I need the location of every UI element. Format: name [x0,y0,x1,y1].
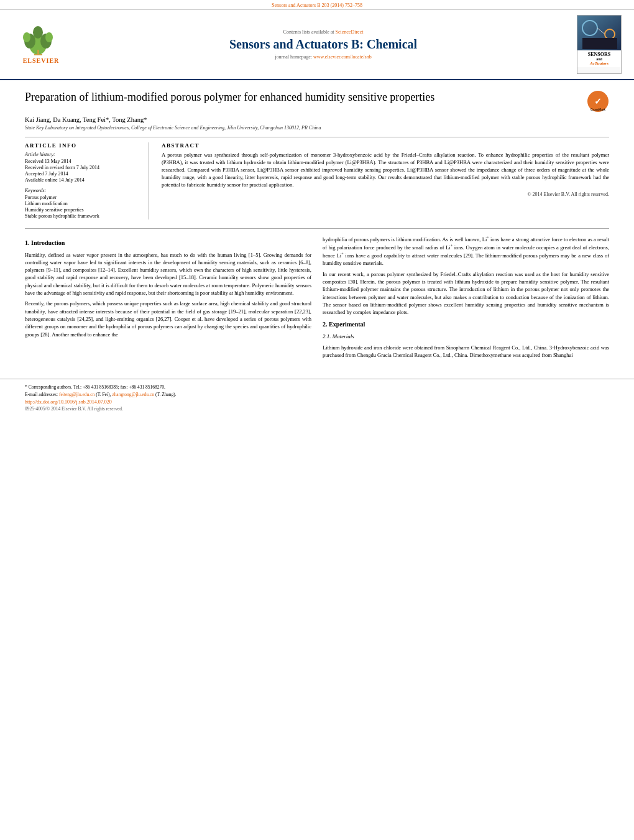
svg-rect-7 [37,50,39,55]
homepage-link[interactable]: www.elsevier.com/locate/snb [313,54,372,60]
crossmark-icon: ✓ CrossMark [587,90,609,113]
abstract-copyright: © 2014 Elsevier B.V. All rights reserved… [162,192,609,197]
keywords-heading: Keywords: [25,188,141,193]
doi-link[interactable]: http://dx.doi.org/10.1016/j.snb.2014.07.… [25,399,112,405]
affiliation: State Key Laboratory on Integrated Optoe… [25,125,609,131]
sa-logo-box: SENSORS and AcTuators [577,15,622,74]
svg-point-5 [45,32,53,42]
article-title-section: Preparation of lithium-modified porous p… [25,90,609,113]
elsevier-tree-icon [19,25,63,56]
email2-link[interactable]: zhangtong@jlu.edu.cn [112,392,154,397]
doi-link-container: http://dx.doi.org/10.1016/j.snb.2014.07.… [25,399,609,405]
article-history-label: Article history: [25,152,141,157]
corresponding-note: * Corresponding authors. Tel.: +86 431 8… [25,384,609,390]
email-note: E-mail addresses: feiteng@jlu.edu.cn (T.… [25,392,609,397]
article-footer: * Corresponding authors. Tel.: +86 431 8… [0,379,634,414]
email1-link[interactable]: feiteng@jlu.edu.cn [59,392,94,397]
body-left-col: 1. Introduction Humidity, defined as wat… [25,235,311,362]
received-revised-date: Received in revised form 7 July 2014 [25,165,141,170]
article-info-section: Article Info Article history: Received 1… [25,137,609,219]
section-divider [25,228,609,229]
right-para-1: hydrophilia of porous polymers is lithiu… [323,235,609,267]
journal-main-title: Sensors and Actuators B: Chemical [72,37,574,52]
keyword-4: Stable porous hydrophilic framework [25,213,141,219]
page-wrapper: Sensors and Actuators B 203 (2014) 752–7… [0,0,634,840]
keyword-1: Porous polymer [25,195,141,200]
contents-available: Contents lists available at ScienceDirec… [72,29,574,35]
intro-para-2: Recently, the porous polymers, which pos… [25,300,311,338]
elsevier-logo: ELSEVIER [10,25,72,64]
article-info-heading: Article Info [25,142,141,149]
footer-copyright: 0925-4005/© 2014 Elsevier B.V. All right… [25,406,609,412]
svg-text:CrossMark: CrossMark [590,108,606,111]
sa-logo-text: SENSORS and AcTuators [577,50,621,67]
journal-ref-bar: Sensors and Actuators B 203 (2014) 752–7… [0,0,634,10]
sensors-actuators-logo: SENSORS and AcTuators [574,15,624,74]
right-para-2: In our recent work, a porous polymer syn… [323,270,609,316]
intro-heading: 1. Introduction [25,239,311,248]
sciencedirect-link[interactable]: ScienceDirect [336,29,364,35]
svg-rect-14 [582,38,617,49]
accepted-date: Accepted 7 July 2014 [25,171,141,177]
abstract-col: Abstract A porous polymer was synthesize… [162,142,609,219]
received-date: Received 13 May 2014 [25,159,141,164]
journal-ref-text: Sensors and Actuators B 203 (2014) 752–7… [272,2,362,8]
abstract-text: A porous polymer was synthesized through… [162,152,609,188]
svg-point-4 [23,32,30,42]
sa-actuators-text: AcTuators [579,61,620,66]
journal-header: ELSEVIER Contents lists available at Sci… [0,10,634,80]
keyword-3: Humidity sensitive properties [25,207,141,213]
sa-logo-image [577,16,621,50]
svg-rect-8 [34,54,42,55]
authors: Kai Jiang, Da Kuang, Teng Fei*, Tong Zha… [25,116,609,123]
keyword-2: Lithium modification [25,201,141,206]
experimental-heading: 2. Experimental [323,320,609,330]
journal-homepage: journal homepage: www.elsevier.com/locat… [72,54,574,60]
journal-title-center: Contents lists available at ScienceDirec… [72,29,574,60]
sa-sensors-text: SENSORS [579,52,620,57]
svg-text:✓: ✓ [594,96,602,106]
keywords-section: Keywords: Porous polymer Lithium modific… [25,188,141,219]
article-info-col: Article Info Article history: Received 1… [25,142,149,219]
elsevier-label: ELSEVIER [23,57,60,64]
article-title: Preparation of lithium-modified porous p… [25,90,581,104]
intro-para-1: Humidity, defined as water vapor present… [25,251,311,297]
body-right-col: hydrophilia of porous polymers is lithiu… [323,235,609,362]
svg-point-6 [33,26,43,39]
abstract-heading: Abstract [162,142,609,149]
materials-text: Lithium hydroxide and iron chloride were… [323,344,609,359]
body-two-col: 1. Introduction Humidity, defined as wat… [25,235,609,362]
available-online-date: Available online 14 July 2014 [25,177,141,183]
materials-heading: 2.1. Materials [323,333,609,341]
sa-cover-image [577,16,621,50]
article-content: Preparation of lithium-modified porous p… [0,80,634,372]
